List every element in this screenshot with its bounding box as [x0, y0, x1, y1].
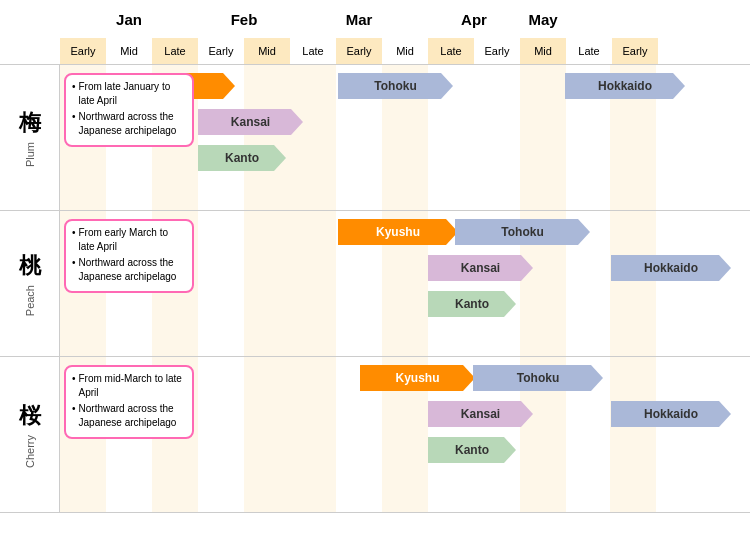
peach-info-box: •From early March to late April •Northwa…: [64, 219, 194, 293]
plum-hokkaido-bar: Hokkaido: [565, 73, 685, 99]
peach-kyushu-bar: Kyushu: [338, 219, 458, 245]
cherry-section: 桜 Cherry •From mid-March to late April •…: [0, 356, 750, 513]
peach-english: Peach: [24, 285, 36, 316]
cherry-kanji: 桜: [19, 401, 41, 431]
month-mar: Mar: [290, 11, 428, 28]
sub-apr-late: Late: [566, 38, 612, 64]
sub-jan-late: Late: [152, 38, 198, 64]
cherry-info-text1: From mid-March to late April: [79, 372, 186, 400]
month-may: May: [520, 11, 566, 28]
plum-tohoku-bar: Tohoku: [338, 73, 453, 99]
peach-info-text1: From early March to late April: [79, 226, 186, 254]
peach-kanji: 桃: [19, 251, 41, 281]
cherry-info-text2: Northward across the Japanese archipelag…: [79, 402, 186, 430]
cherry-hokkaido-bar: Hokkaido: [611, 401, 731, 427]
sub-jan-mid: Mid: [106, 38, 152, 64]
plum-info-text1: From late January to late April: [79, 80, 186, 108]
sub-apr-early: Early: [474, 38, 520, 64]
main-container: Jan Feb Mar Apr May Early Mid Late Early…: [0, 0, 750, 536]
plum-label: 梅 Plum: [0, 65, 60, 210]
plum-info-text2: Northward across the Japanese archipelag…: [79, 110, 186, 138]
plum-kanto-bar: Kanto: [198, 145, 286, 171]
sub-feb-late: Late: [290, 38, 336, 64]
peach-info-text2: Northward across the Japanese archipelag…: [79, 256, 186, 284]
peach-kanto-bar: Kanto: [428, 291, 516, 317]
cherry-english: Cherry: [24, 435, 36, 468]
cherry-kanto-bar: Kanto: [428, 437, 516, 463]
sub-jan-early: Early: [60, 38, 106, 64]
sub-feb-early: Early: [198, 38, 244, 64]
plum-english: Plum: [24, 142, 36, 167]
sub-may-early: Early: [612, 38, 658, 64]
cherry-tohoku-bar: Tohoku: [473, 365, 603, 391]
cherry-kyushu-bar: Kyushu: [360, 365, 475, 391]
cherry-info-box: •From mid-March to late April •Northward…: [64, 365, 194, 439]
month-jan: Jan: [60, 11, 198, 28]
plum-kansai-bar: Kansai: [198, 109, 303, 135]
plum-section: 梅 Plum •From late January to late April …: [0, 64, 750, 210]
peach-hokkaido-bar: Hokkaido: [611, 255, 731, 281]
sub-feb-mid: Mid: [244, 38, 290, 64]
sub-mar-mid: Mid: [382, 38, 428, 64]
peach-section: 桃 Peach •From early March to late April …: [0, 210, 750, 356]
month-apr: Apr: [428, 11, 520, 28]
peach-kansai-bar: Kansai: [428, 255, 533, 281]
peach-label: 桃 Peach: [0, 211, 60, 356]
sub-mar-late: Late: [428, 38, 474, 64]
cherry-kansai-bar: Kansai: [428, 401, 533, 427]
sub-apr-mid: Mid: [520, 38, 566, 64]
peach-tohoku-bar: Tohoku: [455, 219, 590, 245]
month-feb: Feb: [198, 11, 290, 28]
plum-kanji: 梅: [19, 108, 41, 138]
sub-mar-early: Early: [336, 38, 382, 64]
plum-info-box: •From late January to late April •Northw…: [64, 73, 194, 147]
cherry-label: 桜 Cherry: [0, 357, 60, 512]
